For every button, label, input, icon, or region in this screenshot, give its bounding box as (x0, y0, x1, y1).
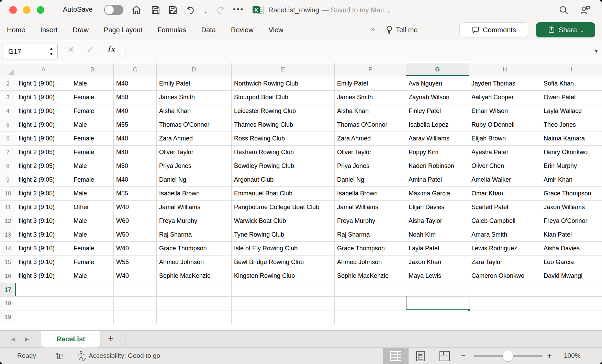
cell-G4[interactable]: Finley Patel (406, 104, 469, 118)
previous-sheet-arrow-icon[interactable]: ◀ (11, 336, 15, 342)
cell-D7[interactable]: Oliver Taylor (157, 146, 232, 159)
cell-I9[interactable]: Amir Khan (541, 173, 602, 187)
cell-D5[interactable]: Thomas O'Connor (157, 118, 232, 132)
cell-A14[interactable]: flight 3 (9:10) (16, 242, 71, 255)
tab-home[interactable]: Home (7, 26, 25, 34)
row-header-11[interactable]: 11 (0, 201, 16, 214)
cell-D10[interactable]: Isabella Brown (157, 187, 232, 201)
cell-A15[interactable]: flight 3 (9:10) (16, 255, 71, 269)
cell-H11[interactable]: Scarlett Patel (469, 201, 541, 214)
cell-C10[interactable]: M55 (114, 187, 157, 201)
cell-H6[interactable]: Elijah Brown (469, 132, 541, 146)
cell-B5[interactable]: Male (71, 118, 114, 132)
row-header-7[interactable]: 7 (0, 146, 16, 159)
cell-D3[interactable]: James Smith (157, 91, 232, 104)
cell-D11[interactable]: Jamal Williams (157, 201, 232, 214)
cell-F8[interactable]: Priya Jones (335, 159, 406, 173)
row-header-8[interactable]: 8 (0, 159, 16, 173)
tab-formulas[interactable]: Formulas (157, 26, 186, 34)
cell-F13[interactable]: Raj Sharma (335, 228, 406, 242)
cell-G13[interactable]: Noah Kim (406, 228, 469, 242)
cell-C6[interactable]: M40 (114, 132, 157, 146)
row-header-10[interactable]: 10 (0, 187, 16, 201)
cell-E10[interactable]: Emmanuel Boat Club (232, 187, 335, 201)
tab-view[interactable]: View (269, 26, 283, 34)
row-header-5[interactable]: 5 (0, 118, 16, 132)
cell-F17[interactable] (335, 283, 406, 297)
cell-F5[interactable]: Thomas O'Connor (335, 118, 406, 132)
row-header-15[interactable]: 15 (0, 255, 16, 269)
column-header-A[interactable]: A (16, 63, 71, 76)
cell-I2[interactable]: Sofia Khan (541, 77, 602, 91)
selected-cell-outline[interactable] (406, 296, 469, 310)
cell-B3[interactable]: Female (71, 91, 114, 104)
cell-C3[interactable]: M50 (114, 91, 157, 104)
sheet-tab-racelist[interactable]: RaceList (41, 331, 100, 348)
insert-function-icon[interactable]: fx (107, 44, 115, 54)
cell-F6[interactable]: Zara Ahmed (335, 132, 406, 146)
cancel-entry-icon[interactable]: ✕ (67, 45, 74, 55)
row-header-18[interactable]: 18 (0, 297, 16, 310)
tab-insert[interactable]: Insert (40, 26, 57, 34)
cell-D18[interactable] (157, 297, 232, 310)
cell-G10[interactable]: Maxima Garcia (406, 187, 469, 201)
cell-F16[interactable]: Sophie MacKenzie (335, 269, 406, 283)
cell-A18[interactable] (16, 297, 71, 310)
cell-E3[interactable]: Stourport Boat Club (232, 91, 335, 104)
cell-B2[interactable]: Male (71, 77, 114, 91)
cell-H12[interactable]: Caleb Campbell (469, 214, 541, 228)
cell-I4[interactable]: Layla Wallace (541, 104, 602, 118)
cell-F2[interactable]: Emily Patel (335, 77, 406, 91)
cell-F7[interactable]: Oliver Taylor (335, 146, 406, 159)
share-button[interactable]: Share ⌄ (536, 22, 595, 37)
home-icon[interactable] (131, 5, 142, 15)
cell-H2[interactable]: Jayden Thomas (469, 77, 541, 91)
tell-me-button[interactable]: Tell me (386, 20, 417, 40)
row-header-17[interactable]: 17 (0, 283, 16, 297)
cell-C18[interactable] (114, 297, 157, 310)
cell-G19[interactable] (406, 310, 469, 324)
cell-A8[interactable]: flight 2 (9:05) (16, 159, 71, 173)
cell-A10[interactable]: flight 2 (9:05) (16, 187, 71, 201)
cell-C17[interactable] (114, 283, 157, 297)
cell-A12[interactable]: flight 3 (9:10) (16, 214, 71, 228)
cell-G15[interactable]: Jaxon Khan (406, 255, 469, 269)
cell-I17[interactable] (541, 283, 602, 297)
cell-I6[interactable]: Naima Kamara (541, 132, 602, 146)
cell-H16[interactable]: Cameron Okonkwo (469, 269, 541, 283)
row-header-12[interactable]: 12 (0, 214, 16, 228)
cell-C8[interactable]: M50 (114, 159, 157, 173)
cell-H8[interactable]: Oliver Chen (469, 159, 541, 173)
redo-icon[interactable] (215, 5, 225, 15)
cell-C7[interactable]: M40 (114, 146, 157, 159)
cell-I18[interactable] (541, 297, 602, 310)
row-header-19[interactable]: 19 (0, 310, 16, 324)
zoom-in-button[interactable]: + (547, 351, 552, 361)
next-sheet-arrow-icon[interactable]: ▶ (25, 336, 29, 342)
cell-E7[interactable]: Hexham Rowing Club (232, 146, 335, 159)
minimize-window-button[interactable] (23, 6, 31, 14)
cell-C9[interactable]: M40 (114, 173, 157, 187)
cell-E18[interactable] (232, 297, 335, 310)
cell-F15[interactable]: Ahmed Johnson (335, 255, 406, 269)
cell-D12[interactable]: Freya Murphy (157, 214, 232, 228)
name-box-stepper[interactable]: ▲▼ (49, 46, 53, 56)
cell-C5[interactable]: M55 (114, 118, 157, 132)
cell-I14[interactable]: Aisha Davies (541, 242, 602, 255)
save-icon[interactable] (150, 5, 161, 15)
cell-H13[interactable]: Amara Smith (469, 228, 541, 242)
name-box[interactable]: G17 ▲▼ (2, 44, 58, 59)
cell-H17[interactable] (469, 283, 541, 297)
cell-B19[interactable] (71, 310, 114, 324)
cell-E17[interactable] (232, 283, 335, 297)
cell-G9[interactable]: Amina Patel (406, 173, 469, 187)
cell-H10[interactable]: Omar Khan (469, 187, 541, 201)
close-window-button[interactable] (9, 6, 17, 14)
cell-A13[interactable]: flight 3 (9:10) (16, 228, 71, 242)
cell-H15[interactable]: Zara Taylor (469, 255, 541, 269)
cell-A7[interactable]: flight 2 (9:05) (16, 146, 71, 159)
cell-D4[interactable]: Aisha Khan (157, 104, 232, 118)
cell-F14[interactable]: Grace Thompson (335, 242, 406, 255)
zoom-out-button[interactable]: − (461, 351, 466, 360)
cell-A2[interactable]: flight 1 (9:00) (16, 77, 71, 91)
